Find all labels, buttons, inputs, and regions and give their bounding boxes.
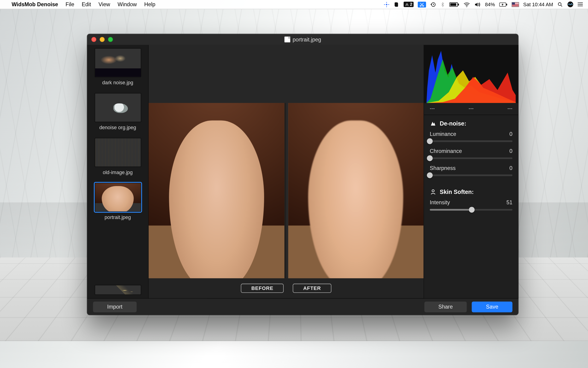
menubar-item-window[interactable]: Window	[118, 1, 137, 7]
thumbnail-image	[94, 285, 141, 295]
thumbnail-caption: dark noise.jpg	[102, 80, 133, 85]
svg-point-14	[578, 6, 579, 6]
after-image[interactable]	[288, 103, 423, 278]
menubar-clock[interactable]: Sat 10:44 AM	[523, 1, 553, 7]
thumbnail-caption: portrait.jpeg	[105, 214, 131, 220]
spotlight-icon[interactable]	[557, 1, 563, 7]
properties-panel: --- --- --- De-noise: Luminance 0	[423, 45, 518, 298]
save-button[interactable]: Save	[472, 302, 513, 312]
slider-knob[interactable]	[427, 172, 433, 178]
sharpness-slider[interactable]	[430, 175, 513, 176]
adobe-cc-icon[interactable]: 2	[404, 2, 413, 7]
denoise-icon	[430, 120, 436, 127]
import-button[interactable]: Import	[93, 302, 137, 312]
thumbnail-item[interactable]: dark noise.jpg	[91, 48, 144, 85]
share-button[interactable]: Share	[424, 302, 467, 312]
menubar-app-name[interactable]: WidsMob Denoise	[11, 1, 58, 7]
svg-point-10	[558, 2, 561, 6]
input-flag-icon[interactable]	[512, 2, 519, 7]
histogram-value-3: ---	[507, 105, 513, 111]
menubar-item-help[interactable]: Help	[144, 1, 155, 7]
window-title: portrait.jpeg	[293, 36, 321, 43]
bluetooth-icon[interactable]	[440, 1, 445, 7]
intensity-value: 51	[506, 199, 513, 206]
document-icon	[284, 37, 290, 42]
macos-menubar: WidsMob Denoise File Edit View Window He…	[0, 0, 588, 9]
menubar-item-edit[interactable]: Edit	[82, 1, 91, 7]
chrominance-slider[interactable]	[430, 157, 513, 159]
intensity-label: Intensity	[430, 199, 450, 206]
skin-section-title: Skin Soften:	[440, 189, 474, 195]
battery-percent: 84%	[485, 1, 495, 7]
svg-point-15	[432, 190, 434, 192]
histogram-value-1: ---	[430, 105, 435, 111]
siri-icon[interactable]	[567, 1, 573, 7]
chrominance-value: 0	[509, 148, 513, 154]
before-button[interactable]: BEFORE	[241, 284, 284, 293]
before-image[interactable]	[149, 103, 285, 278]
portrait-face-before	[149, 103, 284, 278]
svg-rect-5	[458, 3, 459, 6]
luminance-label: Luminance	[430, 131, 456, 137]
portrait-face	[95, 183, 140, 212]
sharpness-label: Sharpness	[430, 165, 456, 171]
thumbnail-item[interactable]: denoise org.jpeg	[91, 93, 144, 130]
thumbnail-caption: old-image.jpg	[103, 169, 133, 175]
sharpness-value: 0	[509, 165, 513, 171]
menubar-item-view[interactable]: View	[99, 1, 110, 7]
thumbnail-image	[94, 138, 141, 167]
intensity-slider[interactable]	[430, 209, 513, 211]
thumbnail-item[interactable]: old-image.jpg	[91, 138, 144, 175]
evernote-icon[interactable]	[394, 1, 400, 7]
after-button[interactable]: AFTER	[293, 284, 331, 293]
svg-point-7	[466, 6, 467, 7]
battery-charge-icon	[499, 2, 507, 7]
portrait-face-after	[288, 103, 423, 278]
slider-knob[interactable]	[427, 156, 433, 161]
app-window: portrait.jpeg dark noise.jpg denoise org…	[87, 34, 518, 315]
luminance-slider[interactable]	[430, 140, 513, 142]
notification-center-icon[interactable]	[578, 2, 584, 7]
svg-point-13	[578, 4, 579, 5]
histogram	[424, 45, 518, 103]
chrominance-label: Chrominance	[430, 148, 462, 154]
denoise-section-title: De-noise:	[440, 120, 466, 127]
location-icon[interactable]	[384, 1, 390, 7]
window-titlebar[interactable]: portrait.jpeg	[87, 34, 518, 45]
adobe-badge-count: 2	[410, 2, 412, 7]
volume-icon[interactable]	[474, 2, 481, 7]
svg-rect-9	[506, 3, 507, 5]
thumbnail-item[interactable]: portrait.jpeg	[91, 183, 144, 220]
menubar-item-file[interactable]: File	[65, 1, 74, 7]
battery-icon[interactable]	[449, 2, 459, 7]
snip-icon[interactable]	[418, 1, 426, 7]
thumbnail-sidebar[interactable]: dark noise.jpg denoise org.jpeg old-imag…	[87, 45, 149, 298]
wifi-icon[interactable]	[463, 2, 470, 7]
slider-knob[interactable]	[427, 138, 433, 144]
thumbnail-image	[94, 48, 141, 77]
thumbnail-image	[94, 93, 141, 122]
svg-point-0	[386, 4, 387, 5]
thumbnail-image	[94, 183, 141, 212]
skin-soften-icon	[430, 189, 436, 195]
canvas-area: BEFORE AFTER	[149, 45, 423, 298]
thumbnail-caption: denoise org.jpeg	[99, 125, 136, 130]
bottom-toolbar: Import Share Save	[87, 298, 518, 315]
time-machine-icon[interactable]	[430, 1, 436, 7]
histogram-value-2: ---	[469, 105, 474, 111]
luminance-value: 0	[509, 131, 513, 137]
svg-point-12	[578, 2, 579, 3]
slider-knob[interactable]	[469, 207, 475, 212]
svg-rect-6	[450, 3, 456, 6]
thumbnail-item[interactable]	[91, 285, 144, 295]
